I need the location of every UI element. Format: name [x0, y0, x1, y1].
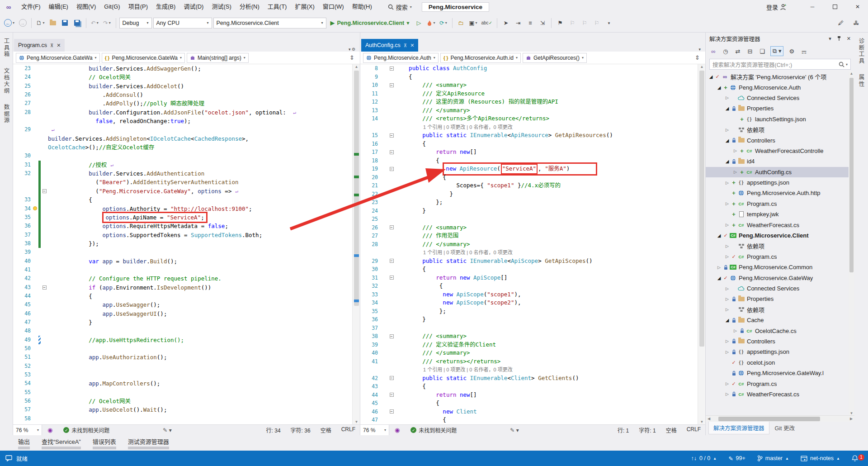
code-row-47[interactable]: 47 }: [13, 318, 352, 327]
breadcrumb-namespace[interactable]: Peng.Microservice.GateWa▾: [16, 53, 100, 63]
code-row-9[interactable]: 9 {: [360, 73, 698, 81]
close-button[interactable]: ✕: [847, 0, 868, 14]
menu-item-扩展(X)[interactable]: 扩展(X): [291, 0, 318, 14]
codelens-references-link[interactable]: 1 个引用 | 0 项更改 | 0 名作者，0 项更改: [395, 366, 513, 374]
scroll-up-icon[interactable]: ▲: [698, 65, 705, 69]
save-all-button[interactable]: [72, 17, 83, 29]
code-row-43[interactable]: 43 {: [360, 382, 698, 391]
code-row-37[interactable]: 37: [360, 324, 698, 333]
notifications-button[interactable]: 1: [852, 455, 863, 462]
menu-item-测试(S)[interactable]: 测试(S): [208, 0, 235, 14]
interactive-window-button[interactable]: ⇥: [513, 17, 524, 29]
window-layout-button[interactable]: ▣▾: [468, 17, 479, 29]
expander-closed-icon[interactable]: ▷: [724, 381, 731, 386]
tree-item-Properties[interactable]: ▷Properties: [706, 294, 854, 304]
tree-item-Controllers[interactable]: ▷Controllers: [706, 336, 854, 347]
code-row-37[interactable]: 37 options.SupportedTokens = SupportedTo…: [13, 231, 352, 239]
minimize-button[interactable]: ─: [802, 0, 823, 14]
expander-closed-icon[interactable]: ▷: [724, 392, 731, 396]
menu-item-分析(N)[interactable]: 分析(N): [236, 0, 264, 14]
breadcrumb-member[interactable]: Main(string[] args)▾: [187, 53, 249, 63]
save-button[interactable]: [60, 17, 71, 29]
panel-tab-错误列表[interactable]: 错误列表: [93, 437, 116, 449]
breadcrumb-namespace[interactable]: Peng.Microservice.Auth▾: [363, 53, 439, 63]
repository-button[interactable]: net-notes▲: [801, 455, 840, 461]
collapse-region-icon[interactable]: −: [390, 133, 394, 138]
code-row-wrap[interactable]: ("Bearer").AddIdentityServerAuthenticati…: [13, 178, 352, 186]
scroll-down-icon[interactable]: ▼: [353, 420, 360, 424]
split-editor-icon[interactable]: ⇕: [692, 54, 703, 61]
toolbar-overflow-button[interactable]: ▾: [604, 17, 614, 29]
code-row-26[interactable]: 26− /// <summary>: [360, 223, 698, 232]
open-file-button[interactable]: [47, 17, 58, 29]
expander-open-icon[interactable]: ◢: [716, 233, 722, 238]
menu-item-调试(D)[interactable]: 调试(D): [179, 0, 208, 14]
code-row-34[interactable]: 34 new ApiScope("scope2"),: [360, 299, 698, 307]
collapse-region-icon[interactable]: −: [390, 83, 394, 87]
panel-tab-测试资源管理器[interactable]: 测试资源管理器: [128, 437, 169, 449]
tree-item-Peng.Microservice.Auth[interactable]: ◢+Peng.Microservice.Auth: [706, 82, 854, 92]
toggle-bookmark-button[interactable]: ⚑: [555, 17, 566, 29]
scroll-down-icon[interactable]: ▼: [849, 411, 854, 415]
undo-button[interactable]: ↶▾: [90, 17, 100, 29]
code-row-32[interactable]: 32 {: [360, 282, 698, 290]
solution-platform-combo[interactable]: Any CPU▾: [153, 18, 212, 29]
code-row-56[interactable]: 56 // Ocelot网关: [13, 397, 352, 405]
code-row-11[interactable]: 11 /// 定义ApiResource: [360, 90, 698, 98]
tree-item-Peng.Microservice.Common[interactable]: ▷C#Peng.Microservice.Common: [706, 262, 854, 272]
pin-icon[interactable]: ⊼: [50, 43, 53, 48]
tree-item-Program.cs[interactable]: ▷+C#Program.cs: [706, 199, 854, 209]
code-row-15[interactable]: 15− public static IEnumerable<ApiResourc…: [360, 131, 698, 140]
close-icon[interactable]: ✕: [410, 43, 414, 48]
code-row-43[interactable]: 43− if (app.Environment.IsDevelopment()): [13, 283, 352, 292]
breadcrumb-type[interactable]: { }Peng.Microservice.GateWa▾: [102, 53, 185, 63]
code-row-46[interactable]: 46 app.UseSwaggerUI();: [13, 309, 352, 318]
expander-closed-icon[interactable]: ▷: [724, 223, 731, 227]
zoom-level-select[interactable]: 76 %▾: [13, 425, 42, 436]
decrease-indent-button[interactable]: ≡: [525, 17, 536, 29]
code-row-33[interactable]: 33 new ApiScope("scope1"),: [360, 290, 698, 299]
code-row-10[interactable]: 10− /// <summary>: [360, 81, 698, 90]
code-row-44[interactable]: 44− return new[]: [360, 391, 698, 399]
code-row-27[interactable]: 27 /// 作用范围: [360, 232, 698, 240]
login-button[interactable]: 登录 +: [766, 3, 787, 11]
code-row-30[interactable]: 30: [13, 152, 352, 160]
code-row-25[interactable]: 25: [360, 215, 698, 223]
code-row-38[interactable]: 38− /// <summary>: [360, 332, 698, 341]
scroll-right-icon[interactable]: ▶: [848, 417, 854, 421]
code-row-44[interactable]: 44 {: [13, 292, 352, 300]
code-row-31[interactable]: 31 //授权↵: [13, 161, 352, 169]
preview-selected-items-icon[interactable]: ❏: [758, 46, 766, 56]
tree-item-tempkey.jwk[interactable]: +tempkey.jwk: [706, 209, 854, 219]
tree-item-appsettings.json[interactable]: ▷+{ }appsettings.json: [706, 177, 854, 188]
scrollbar-thumb[interactable]: [849, 78, 854, 272]
collapse-region-icon[interactable]: −: [390, 393, 394, 397]
tree-item-Peng.Microservice.Client[interactable]: ◢✓C#Peng.Microservice.Client: [706, 230, 854, 241]
code-row-23[interactable]: 23 builder.Services.AddSwaggerGen();: [13, 64, 352, 73]
tree-item-OcelotCache.cs[interactable]: ▷C#OcelotCache.cs: [706, 325, 854, 336]
expander-closed-icon[interactable]: ▷: [724, 350, 731, 354]
code-row-36[interactable]: 36 }: [360, 315, 698, 324]
expander-closed-icon[interactable]: ▷: [732, 170, 739, 174]
increase-indent-button[interactable]: ⇲: [537, 17, 548, 29]
code-row-39[interactable]: 39 /// 定义验证条件的Client: [360, 341, 698, 349]
restore-button[interactable]: [825, 0, 845, 14]
tree-item-依赖项[interactable]: ▷依赖项: [706, 304, 854, 315]
expander-closed-icon[interactable]: ▷: [724, 307, 731, 312]
tree-item-Connected Services[interactable]: ▷Connected Services: [706, 93, 854, 103]
tree-item-解决方案 'Peng.Microservice' (6 个项[interactable]: ◢✓∞解决方案 'Peng.Microservice' (6 个项: [706, 71, 854, 82]
scroll-left-icon[interactable]: ◀: [706, 417, 712, 421]
tree-item-Peng.Microservice.Auth.http[interactable]: +Peng.Microservice.Auth.http: [706, 188, 854, 198]
code-row-42[interactable]: 42− public static IEnumerable<Client> Ge…: [360, 374, 698, 383]
breadcrumb-member[interactable]: GetApiResources()▾: [523, 53, 587, 63]
code-row-28[interactable]: 28 builder.Configuration.AddJsonFile("oc…: [13, 108, 352, 117]
code-row-40[interactable]: 40 /// </summary>: [360, 349, 698, 357]
side-tab-工具箱[interactable]: 工具箱: [2, 36, 11, 60]
codelens-references-link[interactable]: 1 个引用 | 0 项更改 | 0 名作者，0 项更改: [395, 248, 513, 257]
code-row-wrap[interactable]: builder.Services.AddSingleton<IOcelotCac…: [13, 134, 352, 143]
side-tab-数据源[interactable]: 数据源: [2, 102, 11, 126]
code-row-58[interactable]: 58: [13, 414, 352, 423]
navigate-backward-button[interactable]: ←▾: [3, 17, 16, 29]
side-tab-属性[interactable]: 属性: [857, 72, 866, 89]
code-row-14[interactable]: 14 /// <returns>多个ApiResource</returns>: [360, 114, 698, 123]
